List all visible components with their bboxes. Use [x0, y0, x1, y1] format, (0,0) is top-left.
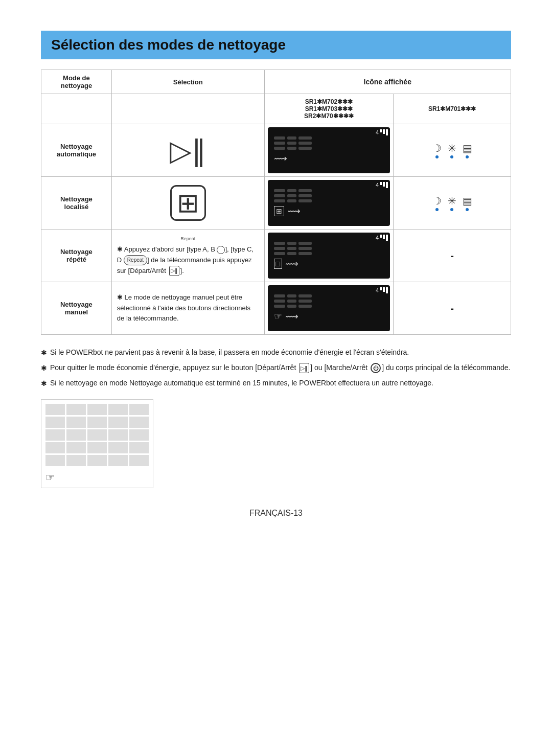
table-row: Nettoyagerépété Repeat ✱ Appuyez d'abord…: [41, 230, 511, 282]
battery-bar-3: [386, 129, 388, 135]
sr701-local: ☽ ✳ ▤: [394, 177, 511, 230]
repeat-instructions: ✱ Appuyez d'abord sur [type A, B ], [typ…: [117, 244, 259, 276]
bottom-icons-repeat: □ ⟿: [274, 258, 298, 269]
dash-lines-manual: [274, 294, 312, 308]
note-star-2: ✱: [41, 363, 47, 374]
notes-section: ✱ Si le POWERbot ne parvient pas à reven…: [41, 347, 511, 389]
schedule-icon-local: ▤: [463, 195, 472, 211]
display-manual-multi: 4 ☞ ⟿: [264, 282, 394, 335]
display-screen-manual: 4 ☞ ⟿: [268, 285, 390, 331]
selection-auto: ▷‖: [111, 124, 264, 177]
wind-icon-manual: ⟿: [285, 311, 298, 322]
battery-bar-1: [380, 129, 382, 132]
selection-text-manual: ✱ Le mode de nettoyage manuel peut être …: [117, 292, 259, 324]
grid-cell: [87, 455, 107, 466]
start-stop-inline: ▷‖: [299, 363, 309, 373]
col-sr701-header: SR1✱M701✱✱✱: [394, 94, 511, 124]
display-repeat-multi: 4 □ ⟿: [264, 230, 394, 282]
sr701-auto: ☽ ✳ ▤: [394, 124, 511, 177]
grid-cell: [108, 404, 128, 415]
playpause-inline: ▷‖: [169, 266, 179, 276]
selection-manual: ✱ Le mode de nettoyage manuel peut être …: [111, 282, 264, 335]
schedule-icon: ▤: [463, 142, 472, 158]
grid-cell: [87, 404, 107, 415]
page-title-bar: Sélection des modes de nettoyage: [41, 31, 511, 59]
grid-cell: [108, 442, 128, 453]
col-selection-header: Sélection: [111, 70, 264, 94]
selection-text-repeat: Repeat ✱ Appuyez d'abord sur [type A, B …: [117, 235, 259, 277]
grid-bottom-row: ☞: [45, 471, 149, 484]
repeat-label: Repeat: [117, 235, 259, 242]
grid-cell: [129, 417, 149, 428]
dot-schedule: [466, 155, 469, 158]
dot-fan: [450, 155, 453, 158]
grid-cell: [45, 429, 65, 441]
power-inline: ⏻: [371, 363, 381, 373]
grid-cell: [66, 442, 86, 453]
circle-btn: [217, 246, 225, 254]
sr701-icons-local: ☽ ✳ ▤: [399, 191, 505, 215]
battery-indicator-repeat: 4: [376, 235, 388, 241]
note-text-3: Si le nettoyage en mode Nettoyage automa…: [50, 378, 433, 388]
page-footer: FRANÇAIS-13: [41, 509, 511, 518]
page-title: Sélection des modes de nettoyage: [51, 37, 501, 53]
grid-cell: [87, 429, 107, 441]
moon-icon-local: ☽: [432, 195, 442, 211]
grid-cell: [45, 417, 65, 428]
grid-cell: [129, 455, 149, 466]
grid-cell: [129, 442, 149, 453]
selection-repeat: Repeat ✱ Appuyez d'abord sur [type A, B …: [111, 230, 264, 282]
spot-icon-wrapper: ⊞: [117, 185, 259, 221]
col-mode-header: Mode de nettoyage: [41, 70, 112, 94]
wind-icon-local: ⟿: [287, 205, 301, 217]
wind-icon-repeat: ⟿: [285, 258, 298, 269]
grid-cell: [66, 404, 86, 415]
dash-lines-auto: [274, 136, 312, 150]
grid-cell: [108, 455, 128, 466]
note-text-2: Pour quitter le mode économie d'énergie,…: [50, 362, 510, 373]
dot-fan-local: [450, 208, 453, 211]
selection-local: ⊞: [111, 177, 264, 230]
grid-cell: [129, 404, 149, 415]
note-star-1: ✱: [41, 348, 47, 358]
display-screen-local: 4 ⊞ ⟿: [268, 180, 390, 226]
mode-label-repeat: Nettoyagerépété: [41, 230, 112, 282]
grid-cell: [45, 442, 65, 453]
fan-icon: ✳: [448, 142, 456, 158]
fan-icon-local: ✳: [448, 195, 456, 211]
table-row: Nettoyagemanuel ✱ Le mode de nettoyage m…: [41, 282, 511, 335]
dot-schedule-local: [466, 208, 469, 211]
battery-bars-local: [380, 182, 388, 188]
mode-label-local: Nettoyagelocalisé: [41, 177, 112, 230]
battery-indicator-manual: 4: [376, 287, 388, 293]
mode-label-manual: Nettoyagemanuel: [41, 282, 112, 335]
grid-cell: [45, 404, 65, 415]
dot-moon-local: [435, 208, 439, 211]
col-mode-subheader: [41, 94, 112, 124]
grid-cell: [66, 429, 86, 441]
dash-lines-local: [274, 189, 312, 202]
battery-bar-2: [383, 129, 385, 134]
dot-moon: [435, 155, 439, 158]
grid-cell: [66, 417, 86, 428]
main-table: Mode de nettoyage Sélection Icône affich…: [41, 70, 511, 335]
battery-bars: [380, 129, 388, 135]
play-pause-icon: ▷‖: [117, 134, 259, 167]
sr701-icons-auto: ☽ ✳ ▤: [399, 138, 505, 163]
hand-icon-manual: ☞: [274, 311, 282, 322]
grid-cell: [87, 417, 107, 428]
grid-cell: [108, 429, 128, 441]
grid-cell: [45, 455, 65, 466]
wind-icon-auto: ⟿: [274, 153, 287, 164]
footer-text: FRANÇAIS-13: [249, 509, 303, 517]
battery-indicator: 4: [376, 129, 388, 135]
mode-label-auto: Nettoyageautomatique: [41, 124, 112, 177]
table-row: Nettoyagelocalisé ⊞ 4: [41, 177, 511, 230]
grid-cell: [66, 455, 86, 466]
repeat-btn: Repeat: [124, 255, 147, 265]
sr701-repeat: -: [394, 230, 511, 282]
grid-cell: [108, 417, 128, 428]
grid-cell: [87, 442, 107, 453]
bottom-image-wrapper: ☞: [41, 399, 511, 488]
battery-bars-repeat: [380, 235, 388, 241]
